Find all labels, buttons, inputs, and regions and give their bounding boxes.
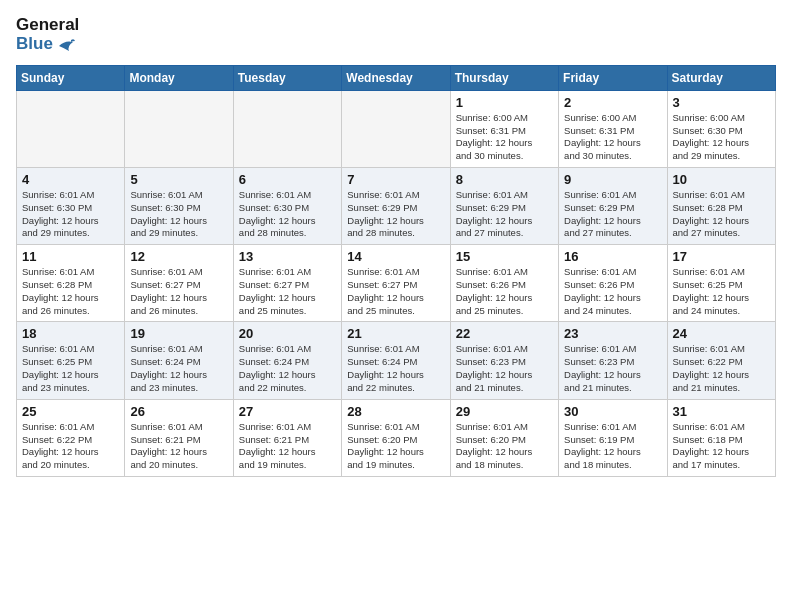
day-number: 6	[239, 172, 336, 187]
weekday-header-sunday: Sunday	[17, 65, 125, 90]
calendar-day-cell: 13Sunrise: 6:01 AM Sunset: 6:27 PM Dayli…	[233, 245, 341, 322]
calendar-day-cell: 6Sunrise: 6:01 AM Sunset: 6:30 PM Daylig…	[233, 167, 341, 244]
logo-text-general: General	[16, 15, 79, 34]
calendar-day-cell: 20Sunrise: 6:01 AM Sunset: 6:24 PM Dayli…	[233, 322, 341, 399]
day-info: Sunrise: 6:01 AM Sunset: 6:29 PM Dayligh…	[347, 189, 444, 240]
calendar-day-cell: 31Sunrise: 6:01 AM Sunset: 6:18 PM Dayli…	[667, 399, 775, 476]
day-number: 5	[130, 172, 227, 187]
day-info: Sunrise: 6:01 AM Sunset: 6:25 PM Dayligh…	[22, 343, 119, 394]
calendar-day-cell: 19Sunrise: 6:01 AM Sunset: 6:24 PM Dayli…	[125, 322, 233, 399]
calendar-day-cell: 1Sunrise: 6:00 AM Sunset: 6:31 PM Daylig…	[450, 90, 558, 167]
day-number: 19	[130, 326, 227, 341]
calendar-day-cell: 12Sunrise: 6:01 AM Sunset: 6:27 PM Dayli…	[125, 245, 233, 322]
calendar-day-cell: 22Sunrise: 6:01 AM Sunset: 6:23 PM Dayli…	[450, 322, 558, 399]
day-info: Sunrise: 6:01 AM Sunset: 6:29 PM Dayligh…	[456, 189, 553, 240]
logo-bird-icon	[57, 37, 75, 55]
day-number: 12	[130, 249, 227, 264]
day-info: Sunrise: 6:01 AM Sunset: 6:26 PM Dayligh…	[456, 266, 553, 317]
day-number: 8	[456, 172, 553, 187]
day-number: 31	[673, 404, 770, 419]
day-number: 14	[347, 249, 444, 264]
day-info: Sunrise: 6:01 AM Sunset: 6:29 PM Dayligh…	[564, 189, 661, 240]
day-info: Sunrise: 6:01 AM Sunset: 6:21 PM Dayligh…	[239, 421, 336, 472]
calendar-week-row: 11Sunrise: 6:01 AM Sunset: 6:28 PM Dayli…	[17, 245, 776, 322]
calendar-day-cell: 25Sunrise: 6:01 AM Sunset: 6:22 PM Dayli…	[17, 399, 125, 476]
calendar-table: SundayMondayTuesdayWednesdayThursdayFrid…	[16, 65, 776, 477]
day-info: Sunrise: 6:01 AM Sunset: 6:27 PM Dayligh…	[130, 266, 227, 317]
day-number: 2	[564, 95, 661, 110]
day-info: Sunrise: 6:01 AM Sunset: 6:28 PM Dayligh…	[22, 266, 119, 317]
weekday-header-row: SundayMondayTuesdayWednesdayThursdayFrid…	[17, 65, 776, 90]
logo-text-blue: Blue	[16, 34, 53, 53]
day-number: 10	[673, 172, 770, 187]
weekday-header-tuesday: Tuesday	[233, 65, 341, 90]
calendar-week-row: 1Sunrise: 6:00 AM Sunset: 6:31 PM Daylig…	[17, 90, 776, 167]
calendar-day-cell	[233, 90, 341, 167]
day-number: 28	[347, 404, 444, 419]
day-info: Sunrise: 6:01 AM Sunset: 6:26 PM Dayligh…	[564, 266, 661, 317]
day-info: Sunrise: 6:01 AM Sunset: 6:27 PM Dayligh…	[239, 266, 336, 317]
calendar-day-cell: 24Sunrise: 6:01 AM Sunset: 6:22 PM Dayli…	[667, 322, 775, 399]
day-number: 3	[673, 95, 770, 110]
day-info: Sunrise: 6:01 AM Sunset: 6:22 PM Dayligh…	[22, 421, 119, 472]
day-number: 22	[456, 326, 553, 341]
calendar-day-cell: 7Sunrise: 6:01 AM Sunset: 6:29 PM Daylig…	[342, 167, 450, 244]
calendar-day-cell: 2Sunrise: 6:00 AM Sunset: 6:31 PM Daylig…	[559, 90, 667, 167]
day-number: 26	[130, 404, 227, 419]
weekday-header-friday: Friday	[559, 65, 667, 90]
day-info: Sunrise: 6:01 AM Sunset: 6:30 PM Dayligh…	[239, 189, 336, 240]
day-info: Sunrise: 6:01 AM Sunset: 6:25 PM Dayligh…	[673, 266, 770, 317]
day-number: 23	[564, 326, 661, 341]
day-info: Sunrise: 6:01 AM Sunset: 6:19 PM Dayligh…	[564, 421, 661, 472]
day-number: 17	[673, 249, 770, 264]
day-info: Sunrise: 6:01 AM Sunset: 6:20 PM Dayligh…	[456, 421, 553, 472]
calendar-day-cell: 8Sunrise: 6:01 AM Sunset: 6:29 PM Daylig…	[450, 167, 558, 244]
day-info: Sunrise: 6:01 AM Sunset: 6:24 PM Dayligh…	[239, 343, 336, 394]
day-info: Sunrise: 6:01 AM Sunset: 6:23 PM Dayligh…	[564, 343, 661, 394]
day-info: Sunrise: 6:01 AM Sunset: 6:20 PM Dayligh…	[347, 421, 444, 472]
day-number: 15	[456, 249, 553, 264]
calendar-day-cell: 11Sunrise: 6:01 AM Sunset: 6:28 PM Dayli…	[17, 245, 125, 322]
day-info: Sunrise: 6:01 AM Sunset: 6:24 PM Dayligh…	[130, 343, 227, 394]
calendar-day-cell: 28Sunrise: 6:01 AM Sunset: 6:20 PM Dayli…	[342, 399, 450, 476]
day-number: 30	[564, 404, 661, 419]
calendar-day-cell: 17Sunrise: 6:01 AM Sunset: 6:25 PM Dayli…	[667, 245, 775, 322]
calendar-day-cell: 16Sunrise: 6:01 AM Sunset: 6:26 PM Dayli…	[559, 245, 667, 322]
page-header: General Blue	[16, 16, 776, 55]
weekday-header-thursday: Thursday	[450, 65, 558, 90]
calendar-week-row: 18Sunrise: 6:01 AM Sunset: 6:25 PM Dayli…	[17, 322, 776, 399]
day-number: 9	[564, 172, 661, 187]
calendar-day-cell: 26Sunrise: 6:01 AM Sunset: 6:21 PM Dayli…	[125, 399, 233, 476]
day-number: 21	[347, 326, 444, 341]
day-info: Sunrise: 6:01 AM Sunset: 6:24 PM Dayligh…	[347, 343, 444, 394]
day-info: Sunrise: 6:01 AM Sunset: 6:21 PM Dayligh…	[130, 421, 227, 472]
day-number: 7	[347, 172, 444, 187]
day-number: 1	[456, 95, 553, 110]
calendar-day-cell	[125, 90, 233, 167]
day-info: Sunrise: 6:00 AM Sunset: 6:31 PM Dayligh…	[456, 112, 553, 163]
day-number: 13	[239, 249, 336, 264]
calendar-week-row: 4Sunrise: 6:01 AM Sunset: 6:30 PM Daylig…	[17, 167, 776, 244]
calendar-day-cell: 3Sunrise: 6:00 AM Sunset: 6:30 PM Daylig…	[667, 90, 775, 167]
day-number: 20	[239, 326, 336, 341]
day-info: Sunrise: 6:01 AM Sunset: 6:28 PM Dayligh…	[673, 189, 770, 240]
day-info: Sunrise: 6:01 AM Sunset: 6:22 PM Dayligh…	[673, 343, 770, 394]
calendar-day-cell	[342, 90, 450, 167]
calendar-day-cell: 23Sunrise: 6:01 AM Sunset: 6:23 PM Dayli…	[559, 322, 667, 399]
logo: General Blue	[16, 16, 79, 55]
day-number: 24	[673, 326, 770, 341]
calendar-day-cell	[17, 90, 125, 167]
logo-container: General Blue	[16, 16, 79, 55]
calendar-day-cell: 30Sunrise: 6:01 AM Sunset: 6:19 PM Dayli…	[559, 399, 667, 476]
calendar-day-cell: 10Sunrise: 6:01 AM Sunset: 6:28 PM Dayli…	[667, 167, 775, 244]
day-number: 25	[22, 404, 119, 419]
day-number: 29	[456, 404, 553, 419]
weekday-header-monday: Monday	[125, 65, 233, 90]
day-info: Sunrise: 6:01 AM Sunset: 6:30 PM Dayligh…	[130, 189, 227, 240]
weekday-header-saturday: Saturday	[667, 65, 775, 90]
day-number: 4	[22, 172, 119, 187]
calendar-day-cell: 14Sunrise: 6:01 AM Sunset: 6:27 PM Dayli…	[342, 245, 450, 322]
calendar-day-cell: 29Sunrise: 6:01 AM Sunset: 6:20 PM Dayli…	[450, 399, 558, 476]
day-info: Sunrise: 6:01 AM Sunset: 6:27 PM Dayligh…	[347, 266, 444, 317]
weekday-header-wednesday: Wednesday	[342, 65, 450, 90]
